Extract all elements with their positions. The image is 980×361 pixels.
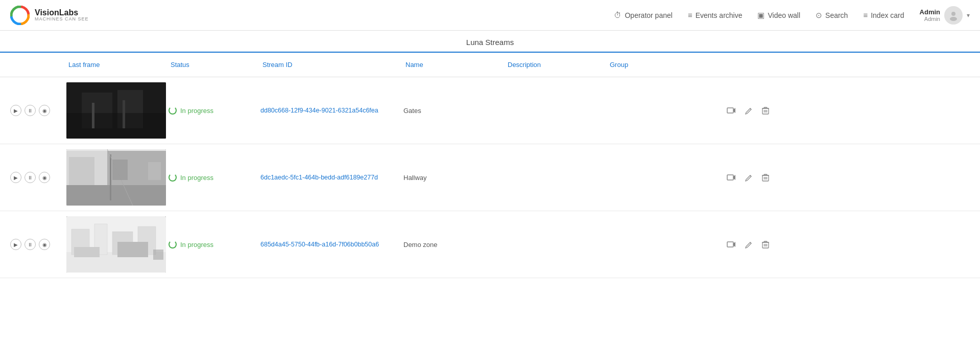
col-status: Status (169, 58, 260, 72)
table-row: ▶ ⏸ ◉ (0, 211, 980, 278)
svg-point-2 (950, 17, 957, 21)
svg-rect-19 (66, 185, 166, 206)
col-group: Group (608, 58, 710, 72)
pause-button[interactable]: ⏸ (25, 239, 36, 250)
actions-cell (710, 105, 771, 117)
camera-button[interactable] (725, 172, 738, 183)
delete-button[interactable] (760, 239, 771, 251)
stream-id-cell: 685d4a45-5750-44fb-a16d-7f06b0bb50a6 (260, 240, 403, 250)
svg-rect-24 (112, 160, 128, 180)
name-cell: Gates (403, 107, 506, 115)
nav-item-video-wall[interactable]: ▣ Video wall (757, 9, 800, 22)
status-spinner (169, 106, 177, 115)
svg-rect-40 (117, 242, 148, 257)
stop-button[interactable]: ◉ (39, 172, 50, 183)
header: VisionLabs MACHINES CAN SEE ⏱ Operator p… (0, 0, 980, 31)
nav-item-index-card[interactable]: ≡ Index card (863, 9, 904, 21)
nav-item-events-archive[interactable]: ≡ Events archive (688, 9, 743, 21)
edit-icon (745, 241, 753, 249)
logo-icon (10, 6, 30, 25)
status-spinner (169, 240, 177, 249)
camera-button[interactable] (725, 105, 738, 116)
avatar (944, 6, 963, 25)
col-stream-id: Stream ID (260, 58, 403, 72)
play-button[interactable]: ▶ (10, 172, 21, 183)
main-content: Luna Streams Last frame Status Stream ID… (0, 31, 980, 361)
status-text: In progress (180, 174, 213, 182)
trash-icon (762, 241, 769, 249)
svg-rect-26 (727, 175, 733, 180)
search-label: Search (825, 11, 848, 19)
page-title-bar: Luna Streams (0, 31, 980, 53)
edit-button[interactable] (743, 105, 755, 117)
status-spinner (169, 173, 177, 182)
thumbnail-cell (66, 82, 169, 139)
stream-id-cell: dd80c668-12f9-434e-9021-6321a54c6fea (260, 106, 403, 116)
status-text: In progress (180, 241, 213, 249)
play-button[interactable]: ▶ (10, 105, 21, 116)
stop-button[interactable]: ◉ (39, 239, 50, 250)
nav-item-operator-panel[interactable]: ⏱ Operator panel (614, 9, 672, 21)
table-row: ▶ ⏸ ◉ In progress (0, 77, 980, 144)
svg-rect-20 (110, 154, 111, 200)
thumbnail-image (66, 216, 166, 273)
table-row: ▶ ⏸ ◉ (0, 144, 980, 211)
edit-button[interactable] (743, 172, 755, 184)
svg-rect-21 (66, 149, 166, 151)
svg-rect-6 (66, 113, 166, 139)
nav-item-search[interactable]: ⊙ Search (816, 9, 848, 22)
svg-rect-41 (153, 250, 163, 260)
search-icon: ⊙ (816, 11, 822, 20)
logo-area: VisionLabs MACHINES CAN SEE (10, 6, 89, 25)
trash-icon (762, 174, 769, 182)
row-controls: ▶ ⏸ ◉ (10, 105, 66, 116)
edit-icon (745, 174, 753, 182)
row-controls: ▶ ⏸ ◉ (10, 172, 66, 183)
col-actions (710, 58, 771, 72)
thumbnail-hallway (66, 149, 166, 206)
thumbnail-gates (66, 82, 166, 139)
edit-icon (745, 107, 753, 115)
logo-name: VisionLabs (35, 8, 89, 17)
delete-button[interactable] (760, 172, 771, 184)
video-wall-icon: ▣ (757, 11, 764, 20)
svg-point-1 (951, 12, 955, 16)
svg-rect-7 (92, 103, 94, 128)
actions-cell (710, 239, 771, 251)
events-archive-icon: ≡ (688, 11, 692, 19)
table-header: Last frame Status Stream ID Name Descrip… (0, 53, 980, 77)
name-cell: Hallway (403, 174, 506, 182)
play-button[interactable]: ▶ (10, 239, 21, 250)
pause-button[interactable]: ⏸ (25, 172, 36, 183)
user-menu-chevron: ▾ (967, 12, 970, 19)
delete-button[interactable] (760, 105, 771, 117)
svg-rect-9 (727, 108, 733, 113)
name-cell: Demo zone (403, 241, 506, 249)
col-controls (10, 58, 66, 72)
camera-icon (727, 241, 736, 248)
trash-icon (762, 107, 769, 115)
user-name: Admin (920, 8, 940, 16)
row-controls: ▶ ⏸ ◉ (10, 239, 66, 250)
actions-cell (710, 172, 771, 184)
thumbnail-cell (66, 149, 169, 206)
stop-button[interactable]: ◉ (39, 105, 50, 116)
pause-button[interactable]: ⏸ (25, 105, 36, 116)
thumbnail-cell (66, 216, 169, 273)
col-name: Name (403, 58, 506, 72)
user-menu[interactable]: Admin Admin ▾ (920, 6, 970, 25)
user-role: Admin (920, 16, 940, 22)
status-cell: In progress (169, 173, 260, 182)
svg-rect-25 (148, 162, 161, 180)
operator-panel-label: Operator panel (625, 11, 672, 19)
thumbnail-demo (66, 216, 166, 273)
operator-panel-icon: ⏱ (614, 11, 622, 19)
index-card-label: Index card (871, 11, 904, 19)
edit-button[interactable] (743, 239, 755, 251)
camera-button[interactable] (725, 239, 738, 250)
events-archive-label: Events archive (696, 11, 743, 19)
nav-bar: ⏱ Operator panel ≡ Events archive ▣ Vide… (614, 9, 904, 22)
logo-tagline: MACHINES CAN SEE (35, 17, 89, 22)
camera-icon (727, 174, 736, 181)
svg-rect-8 (123, 100, 125, 128)
